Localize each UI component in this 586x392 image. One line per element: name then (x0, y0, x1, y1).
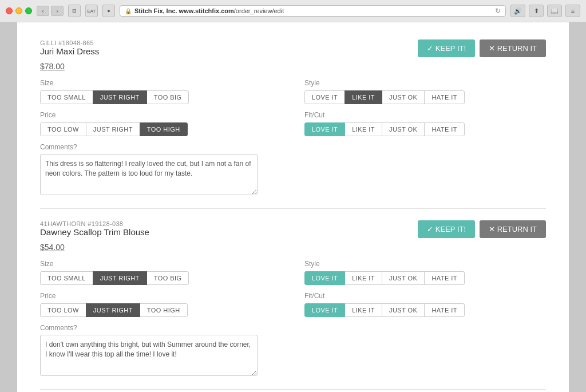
style-just-ok-1[interactable]: JUST OK (382, 90, 425, 104)
item-price-2: $54.00 (40, 243, 546, 252)
style-hate-it-1[interactable]: HATE IT (424, 90, 464, 104)
browser-right-icons: 🔊 ⬆ 📖 ≡ (510, 5, 580, 17)
fit-group-1: Fit/Cut LOVE IT LIKE IT JUST OK HATE IT (304, 111, 546, 136)
style-like-it-2[interactable]: LIKE IT (345, 271, 382, 285)
item-actions-1: ✓ KEEP IT! ✕ RETURN IT (418, 39, 546, 57)
url-text: Stitch Fix, Inc. www.stitchfix.com/order… (134, 7, 492, 14)
item-header-1: GILLI #18048-865 Juri Maxi Dress ✓ KEEP … (40, 39, 546, 57)
size-just-right-1[interactable]: JUST RIGHT (93, 90, 147, 104)
fit-label-1: Fit/Cut (304, 111, 546, 119)
style-label-1: Style (304, 79, 546, 87)
fit-group-2: Fit/Cut LOVE IT LIKE IT JUST OK HATE IT (304, 292, 546, 317)
browser-chrome: ‹ › ⊟ EAT ● 🔒 Stitch Fix, Inc. www.stitc… (0, 0, 586, 22)
fit-just-ok-1[interactable]: JUST OK (382, 122, 425, 136)
price-too-low-2[interactable]: TOO LOW (40, 303, 86, 317)
forward-button[interactable]: › (51, 6, 64, 16)
size-label-2: Size (40, 260, 282, 268)
fit-hate-it-2[interactable]: HATE IT (424, 303, 464, 317)
price-label-1: Price (40, 111, 282, 119)
size-too-big-2[interactable]: TOO BIG (146, 271, 189, 285)
return-button-1[interactable]: ✕ RETURN IT (480, 39, 546, 57)
price-too-high-2[interactable]: TOO HIGH (140, 303, 188, 317)
price-too-low-1[interactable]: TOO LOW (40, 122, 86, 136)
style-love-it-1[interactable]: LOVE IT (304, 90, 345, 104)
close-button[interactable] (6, 7, 13, 14)
style-love-it-2[interactable]: LOVE IT (304, 271, 345, 285)
item-name-2: Dawney Scallop Trim Blouse (40, 227, 149, 237)
bookmarks-icon[interactable]: 📖 (547, 5, 562, 17)
price-group-2: Price TOO LOW JUST RIGHT TOO HIGH (40, 292, 282, 317)
item-actions-2: ✓ KEEP IT! ✕ RETURN IT (418, 220, 546, 238)
url-brand: Stitch Fix, Inc. www.stitchfix.com (134, 7, 234, 14)
item-meta-2: 41HAWTHORN #19128-038 Dawney Scallop Tri… (40, 220, 149, 237)
size-group-1: Size TOO SMALL JUST RIGHT TOO BIG (40, 79, 282, 104)
style-group-2: Style LOVE IT LIKE IT JUST OK HATE IT (304, 260, 546, 285)
price-buttons-1: TOO LOW JUST RIGHT TOO HIGH (40, 122, 282, 136)
item-header-2: 41HAWTHORN #19128-038 Dawney Scallop Tri… (40, 220, 546, 238)
fit-hate-it-1[interactable]: HATE IT (424, 122, 464, 136)
size-too-big-1[interactable]: TOO BIG (146, 90, 189, 104)
fit-like-it-1[interactable]: LIKE IT (345, 122, 382, 136)
feedback-grid-1: Size TOO SMALL JUST RIGHT TOO BIG Style … (40, 79, 546, 136)
item-meta-1: GILLI #18048-865 Juri Maxi Dress (40, 39, 99, 56)
feedback-grid-2: Size TOO SMALL JUST RIGHT TOO BIG Style … (40, 260, 546, 317)
item-price-1: $78.00 (40, 62, 546, 71)
return-button-2[interactable]: ✕ RETURN IT (480, 220, 546, 238)
fit-buttons-1: LOVE IT LIKE IT JUST OK HATE IT (304, 122, 546, 136)
fit-love-it-2[interactable]: LOVE IT (304, 303, 345, 317)
price-just-right-1[interactable]: JUST RIGHT (86, 122, 140, 136)
keep-button-1[interactable]: ✓ KEEP IT! (418, 39, 475, 57)
extension-icon-1[interactable]: EAT (85, 5, 98, 17)
comments-label-2: Comments? (40, 324, 546, 332)
size-too-small-1[interactable]: TOO SMALL (40, 90, 93, 104)
minimize-button[interactable] (15, 7, 22, 14)
fit-love-it-1[interactable]: LOVE IT (304, 122, 345, 136)
audio-icon[interactable]: 🔊 (510, 5, 525, 17)
maximize-button[interactable] (25, 7, 32, 14)
fit-buttons-2: LOVE IT LIKE IT JUST OK HATE IT (304, 303, 546, 317)
comments-section-1: Comments? This dress is so flattering! I… (40, 143, 546, 197)
url-path: /order_review/edit (234, 7, 284, 14)
page-content: GILLI #18048-865 Juri Maxi Dress ✓ KEEP … (17, 22, 569, 392)
style-just-ok-2[interactable]: JUST OK (382, 271, 425, 285)
size-just-right-2[interactable]: JUST RIGHT (93, 271, 147, 285)
lock-icon: 🔒 (125, 8, 132, 14)
fit-just-ok-2[interactable]: JUST OK (382, 303, 425, 317)
size-buttons-2: TOO SMALL JUST RIGHT TOO BIG (40, 271, 282, 285)
item-brand-1: GILLI #18048-865 (40, 39, 99, 46)
fit-label-2: Fit/Cut (304, 292, 546, 300)
item-section-2: 41HAWTHORN #19128-038 Dawney Scallop Tri… (40, 220, 546, 390)
price-group-1: Price TOO LOW JUST RIGHT TOO HIGH (40, 111, 282, 136)
size-too-small-2[interactable]: TOO SMALL (40, 271, 93, 285)
style-hate-it-2[interactable]: HATE IT (424, 271, 464, 285)
traffic-lights (6, 7, 32, 14)
keep-button-2[interactable]: ✓ KEEP IT! (418, 220, 475, 238)
more-icon[interactable]: ≡ (565, 5, 580, 17)
price-buttons-2: TOO LOW JUST RIGHT TOO HIGH (40, 303, 282, 317)
fit-like-it-2[interactable]: LIKE IT (345, 303, 382, 317)
comments-textarea-2[interactable]: I don't own anything this bright, but wi… (40, 335, 258, 376)
nav-buttons: ‹ › (37, 6, 64, 16)
style-group-1: Style LOVE IT LIKE IT JUST OK HATE IT (304, 79, 546, 104)
item-section-1: GILLI #18048-865 Juri Maxi Dress ✓ KEEP … (40, 39, 546, 209)
refresh-icon[interactable]: ↻ (495, 7, 501, 15)
price-too-high-1[interactable]: TOO HIGH (140, 122, 188, 136)
size-buttons-1: TOO SMALL JUST RIGHT TOO BIG (40, 90, 282, 104)
comments-textarea-1[interactable]: This dress is so flattering! I really lo… (40, 154, 258, 195)
comments-section-2: Comments? I don't own anything this brig… (40, 324, 546, 378)
size-group-2: Size TOO SMALL JUST RIGHT TOO BIG (40, 260, 282, 285)
window-layout-icon: ⊟ (68, 5, 81, 17)
price-just-right-2[interactable]: JUST RIGHT (86, 303, 140, 317)
style-buttons-2: LOVE IT LIKE IT JUST OK HATE IT (304, 271, 546, 285)
back-button[interactable]: ‹ (37, 6, 49, 16)
share-icon[interactable]: ⬆ (529, 5, 544, 17)
style-label-2: Style (304, 260, 546, 268)
item-brand-2: 41HAWTHORN #19128-038 (40, 220, 149, 227)
price-label-2: Price (40, 292, 282, 300)
address-bar[interactable]: 🔒 Stitch Fix, Inc. www.stitchfix.com/ord… (120, 5, 506, 17)
extension-icon-2[interactable]: ● (102, 5, 115, 17)
style-buttons-1: LOVE IT LIKE IT JUST OK HATE IT (304, 90, 546, 104)
comments-label-1: Comments? (40, 143, 546, 151)
item-name-1: Juri Maxi Dress (40, 46, 99, 56)
style-like-it-1[interactable]: LIKE IT (345, 90, 382, 104)
